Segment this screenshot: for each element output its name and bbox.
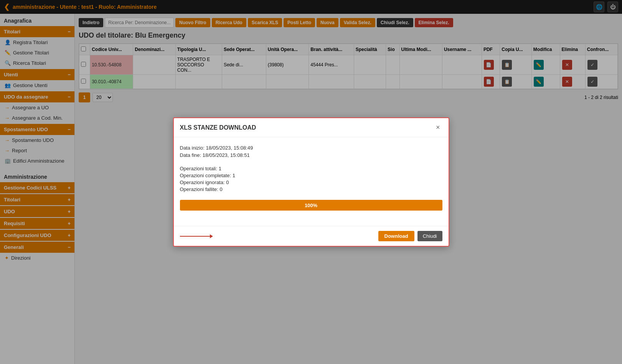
arrow-indicator (180, 236, 211, 237)
ops-completate-label: Operazioni completate: (180, 173, 231, 178)
modal-title: XLS STANZE DOWNLOAD (180, 124, 256, 131)
data-fine-line: Data fine: 18/05/2023, 15:08:51 (180, 152, 442, 158)
download-button[interactable]: Download (378, 231, 414, 241)
ops-ignorata-label: Operazioni ignorata: (180, 180, 225, 185)
modal-ops-section: Operazioni totali: 1 Operazioni completa… (180, 166, 442, 192)
modal: XLS STANZE DOWNLOAD × Data inizio: 18/05… (173, 117, 449, 247)
chiudi-modal-button[interactable]: Chiudi (417, 231, 442, 241)
data-inizio-label: Data inizio: (180, 145, 205, 151)
ops-fallite-label: Operazioni fallite: (180, 186, 218, 192)
ops-ignorata-value: 0 (226, 180, 229, 185)
modal-header: XLS STANZE DOWNLOAD × (174, 118, 449, 137)
data-inizio-value: 18/05/2023, 15:08:49 (206, 145, 253, 151)
data-inizio-line: Data inizio: 18/05/2023, 15:08:49 (180, 145, 442, 151)
arrow-line (180, 236, 211, 237)
modal-close-button[interactable]: × (434, 123, 442, 132)
progress-bar-container: 100% (180, 200, 442, 211)
ops-totali-line: Operazioni totali: 1 (180, 166, 442, 171)
progress-bar-fill: 100% (180, 200, 442, 211)
modal-info-section: Data inizio: 18/05/2023, 15:08:49 Data f… (180, 145, 442, 158)
modal-overlay: XLS STANZE DOWNLOAD × Data inizio: 18/05… (0, 0, 622, 364)
data-fine-value: 18/05/2023, 15:08:51 (203, 152, 250, 158)
modal-body: Data inizio: 18/05/2023, 15:08:49 Data f… (174, 137, 449, 226)
modal-footer: Download Chiudi (174, 226, 449, 246)
ops-totali-value: 1 (219, 166, 221, 171)
ops-ignorata-line: Operazioni ignorata: 0 (180, 180, 442, 185)
data-fine-label: Data fine: (180, 152, 201, 158)
ops-fallite-line: Operazioni fallite: 0 (180, 186, 442, 192)
ops-completate-line: Operazioni completate: 1 (180, 173, 442, 178)
ops-totali-label: Operazioni totali: (180, 166, 218, 171)
ops-fallite-value: 0 (220, 186, 223, 192)
ops-completate-value: 1 (233, 173, 235, 178)
